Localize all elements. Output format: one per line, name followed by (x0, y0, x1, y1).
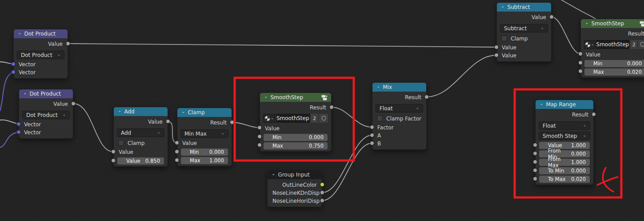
node-header[interactable]: ⌄ Subtract (497, 3, 551, 12)
shield-icon (640, 42, 644, 47)
dropdown-chevron-icon: ⌄ (540, 26, 544, 30)
input-socket-label: Vector (19, 121, 73, 129)
node-title: Clamp (188, 109, 204, 116)
clamp-type-dropdown[interactable]: Min Max ⌄ (180, 129, 228, 138)
clamp-checkbox-row: Clamp (497, 35, 551, 42)
collapse-chevron-icon[interactable]: ⌄ (181, 109, 185, 114)
node-title: Map Range (546, 101, 576, 108)
shield-icon (321, 116, 326, 121)
max-number-field[interactable]: Max 0.750 (264, 142, 328, 149)
node-header[interactable]: ⌄ Dot Product (19, 89, 73, 98)
annotation-x-stroke-1 (603, 168, 613, 192)
input-socket-label: Vector (14, 68, 68, 76)
input-socket-label: Value (497, 52, 551, 60)
operation-dropdown[interactable]: Dot Product ⌄ (22, 111, 70, 119)
input-socket-label: Factor (372, 124, 426, 132)
fake-user-button[interactable] (319, 114, 328, 123)
annotation-x-stroke-2 (597, 177, 618, 185)
value-number-field[interactable]: Value 0.850 (117, 157, 164, 165)
collapse-chevron-icon[interactable]: ⌄ (585, 20, 588, 25)
node-group-icon (321, 95, 328, 102)
operation-dropdown[interactable]: Add ⌄ (117, 129, 164, 137)
node-header[interactable]: ⌄ Mix (372, 83, 426, 92)
node-header[interactable]: ⌄ SmoothStep (581, 19, 644, 28)
collapse-chevron-icon[interactable]: ⌄ (376, 84, 380, 88)
users-count-badge[interactable]: 2 (311, 114, 319, 123)
node-header[interactable]: ⌄ Map Range (536, 100, 593, 109)
data-type-dropdown[interactable]: Float ⌄ (539, 121, 590, 130)
output-socket-label: Value (14, 40, 68, 48)
input-socket-label: Value (114, 148, 168, 156)
node-add[interactable]: ⌄ Add Value Add ⌄ Clamp Value Value 0.85… (113, 107, 168, 167)
wire-dot1-to-subtract (68, 44, 496, 47)
node-header[interactable]: ⌄ Clamp (177, 108, 232, 117)
clamp-factor-checkbox-row: Clamp Factor (372, 115, 426, 122)
node-header[interactable]: ⌄ Dot Product (14, 29, 68, 38)
input-socket-label: Value (497, 44, 551, 52)
to-max-number-field[interactable]: To Max 0.020 (539, 176, 590, 183)
users-count-badge[interactable]: 2 (630, 40, 637, 49)
min-number-field[interactable]: Min 0.000 (584, 60, 644, 67)
clamp-checkbox[interactable] (118, 140, 124, 146)
input-socket-label: Vector (14, 60, 68, 68)
node-smoothstep-1[interactable]: ⌄ SmoothStep Result ⌄ SmoothStep 2 Value… (260, 92, 332, 152)
max-number-field[interactable]: Max 0.020 (584, 68, 644, 76)
node-title: Mix (383, 84, 392, 90)
output-socket-label: Result (581, 30, 644, 38)
node-mix[interactable]: ⌄ Mix Result Float ⌄ Clamp Factor Factor… (372, 82, 427, 150)
node-dot-product-1[interactable]: ⌄ Dot Product Value Dot Product ⌄ Vector… (13, 29, 68, 79)
node-title: Dot Product (24, 31, 56, 37)
browse-group-button[interactable]: ⌄ (584, 40, 595, 49)
group-datablock-row: ⌄ SmoothStep 2 (584, 40, 644, 49)
node-group-icon (640, 21, 644, 28)
browse-chevron-icon: ⌄ (271, 116, 274, 120)
max-number-field[interactable]: Max 1.000 (181, 157, 228, 164)
clamp-factor-checkbox[interactable] (377, 116, 383, 121)
collapse-chevron-icon[interactable]: ⌄ (23, 91, 27, 95)
wire-smoothstep-to-mix-factor (332, 107, 372, 127)
browse-group-button[interactable]: ⌄ (263, 114, 275, 123)
operation-dropdown[interactable]: Subtract ⌄ (500, 24, 548, 32)
node-title: SmoothStep (591, 20, 624, 27)
node-header[interactable]: ⌄ SmoothStep (260, 93, 331, 102)
wire-left-to-dot1-vector1 (0, 62, 13, 64)
operation-dropdown[interactable]: Dot Product ⌄ (17, 51, 64, 59)
dropdown-chevron-icon: ⌄ (416, 106, 419, 110)
group-name-field[interactable]: SmoothStep (596, 40, 630, 49)
node-dot-product-2[interactable]: ⌄ Dot Product Value Dot Product ⌄ Vector… (19, 89, 73, 139)
material-sphere-icon (585, 42, 591, 48)
interpolation-dropdown[interactable]: Smooth Step ⌄ (539, 132, 590, 140)
material-sphere-icon (264, 116, 270, 121)
output-socket-label: OutLineColor (268, 181, 322, 189)
input-socket-label: Vector (19, 129, 73, 137)
node-header[interactable]: ⌄ Group Input (268, 170, 322, 179)
collapse-chevron-icon[interactable]: ⌄ (118, 108, 121, 113)
node-subtract[interactable]: ⌄ Subtract Value Subtract ⌄ Clamp Value … (496, 2, 552, 62)
collapse-chevron-icon[interactable]: ⌄ (540, 101, 543, 106)
browse-chevron-icon: ⌄ (591, 42, 595, 46)
node-title: Dot Product (29, 91, 61, 97)
clamp-checkbox[interactable] (501, 36, 507, 41)
data-type-dropdown[interactable]: Float ⌄ (376, 104, 423, 113)
group-datablock-row: ⌄ SmoothStep 2 (263, 114, 328, 123)
from-max-number-field[interactable]: From Max 1.000 (539, 159, 590, 166)
node-clamp[interactable]: ⌄ Clamp Result Min Max ⌄ Value Min 0.000… (177, 108, 232, 166)
fake-user-button[interactable] (638, 40, 644, 49)
output-socket-label: Value (114, 118, 168, 126)
collapse-chevron-icon[interactable]: ⌄ (264, 94, 268, 99)
group-name-field[interactable]: SmoothStep (276, 114, 310, 123)
node-group-input[interactable]: ⌄ Group Input OutLineColor NoseLineKDnDi… (267, 170, 322, 207)
input-socket-label: Value (260, 125, 331, 133)
min-number-field[interactable]: Min 0.000 (264, 134, 328, 141)
node-map-range[interactable]: ⌄ Map Range Result Float ⌄ Smooth Step ⌄… (535, 100, 594, 185)
node-header[interactable]: ⌄ Add (114, 107, 168, 116)
collapse-chevron-icon[interactable]: ⌄ (501, 4, 504, 8)
node-editor-canvas[interactable]: ⌄ Dot Product Value Dot Product ⌄ Vector… (0, 0, 644, 221)
node-title: Group Input (278, 172, 309, 178)
dropdown-chevron-icon: ⌄ (157, 130, 160, 134)
node-smoothstep-2[interactable]: ⌄ SmoothStep Result ⌄ SmoothStep 2 Value… (580, 19, 644, 78)
collapse-chevron-icon[interactable]: ⌄ (18, 31, 21, 35)
collapse-chevron-icon[interactable]: ⌄ (272, 172, 275, 176)
min-number-field[interactable]: Min 0.000 (181, 149, 228, 156)
wire-dot2-to-add (73, 104, 113, 152)
